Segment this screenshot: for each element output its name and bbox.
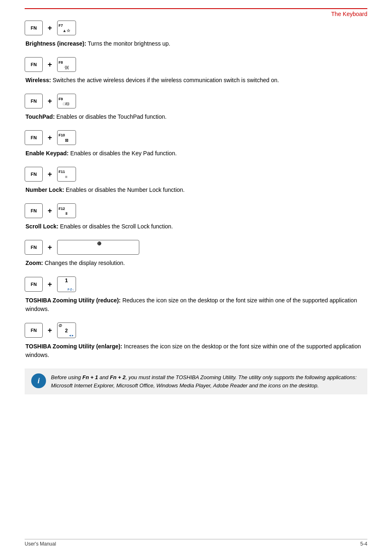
key-fn-wireless: FN [25,57,43,72]
key-zoom: ⊕ [57,240,139,255]
footer: User's Manual 5-4 [25,539,367,547]
footer-left: User's Manual [25,541,56,547]
section-zoom: FN + ⊕ Zoom: Changes the display resolut… [25,240,367,267]
header: The Keyboard [25,8,367,17]
key-f9: F9 □/⊡ [57,94,76,108]
key-f10: F10 ⊠ [57,130,76,145]
key-row-brightness: FN + F7 ▲☆ [25,21,367,35]
key-fn-toshiba-reduce: FN [25,277,43,292]
page: The Keyboard FN + F7 ▲☆ Brightness (incr… [0,0,392,555]
key-fn-toshiba-enlarge: FN [25,323,43,338]
header-title: The Keyboard [331,11,367,17]
desc-toshiba-reduce: TOSHIBA Zooming Utility (reduce): Reduce… [25,296,367,313]
key-fn-zoom: FN [25,240,43,255]
key-row-toshiba-enlarge: FN + @ 2 ◄► [25,322,367,338]
key-fn-scroll-lock: FN [25,203,43,218]
key-row-enable-keypad: FN + F10 ⊠ [25,130,367,145]
info-icon: i [31,373,46,388]
key-fn-number-lock: FN [25,167,43,182]
section-enable-keypad: FN + F10 ⊠ Enable Keypad: Enables or dis… [25,130,367,158]
desc-enable-keypad: Enable Keypad: Enables or disables the K… [25,149,367,158]
desc-number-lock: Number Lock: Enables or disables the Num… [25,186,367,194]
desc-wireless: Wireless: Switches the active wireless d… [25,76,367,85]
key-fn-enable-keypad: FN [25,130,43,145]
section-brightness: FN + F7 ▲☆ Brightness (increase): Turns … [25,21,367,48]
section-toshiba-enlarge: FN + @ 2 ◄► TOSHIBA Zooming Utility (enl… [25,322,367,359]
key-row-scroll-lock: FN + F12 ⏸ [25,203,367,218]
section-scroll-lock: FN + F12 ⏸ Scroll Lock: Enables or disab… [25,203,367,231]
desc-brightness: Brightness (increase): Turns the monitor… [25,39,367,48]
key-f11: F11 ≡ [57,167,76,182]
note-text: Before using Fn + 1 and Fn + 2, you must… [51,373,361,389]
key-row-touchpad: FN + F9 □/⊡ [25,94,367,108]
footer-right: 5-4 [360,541,367,547]
key-fn-brightness: FN [25,21,43,35]
desc-touchpad: TouchPad: Enables or disables the TouchP… [25,113,367,121]
key-2-enlarge: @ 2 ◄► [57,322,76,338]
note-box: i Before using Fn + 1 and Fn + 2, you mu… [25,368,367,394]
key-fn-touchpad: FN [25,94,43,108]
key-f7: F7 ▲☆ [57,21,76,35]
key-f8: F8 ·))( [57,57,76,72]
key-1-reduce: 1 F·Z·↓ [57,276,76,292]
key-row-wireless: FN + F8 ·))( [25,57,367,72]
key-row-toshiba-reduce: FN + 1 F·Z·↓ [25,276,367,292]
key-f12: F12 ⏸ [57,203,76,218]
key-row-zoom: FN + ⊕ [25,240,367,255]
desc-toshiba-enlarge: TOSHIBA Zooming Utility (enlarge): Incre… [25,342,367,359]
section-number-lock: FN + F11 ≡ Number Lock: Enables or disab… [25,167,367,194]
section-toshiba-reduce: FN + 1 F·Z·↓ TOSHIBA Zooming Utility (re… [25,276,367,313]
desc-zoom: Zoom: Changes the display resolution. [25,259,367,267]
section-touchpad: FN + F9 □/⊡ TouchPad: Enables or disable… [25,94,367,121]
desc-scroll-lock: Scroll Lock: Enables or disables the Scr… [25,222,367,231]
section-wireless: FN + F8 ·))( Wireless: Switches the acti… [25,57,367,85]
key-row-number-lock: FN + F11 ≡ [25,167,367,182]
